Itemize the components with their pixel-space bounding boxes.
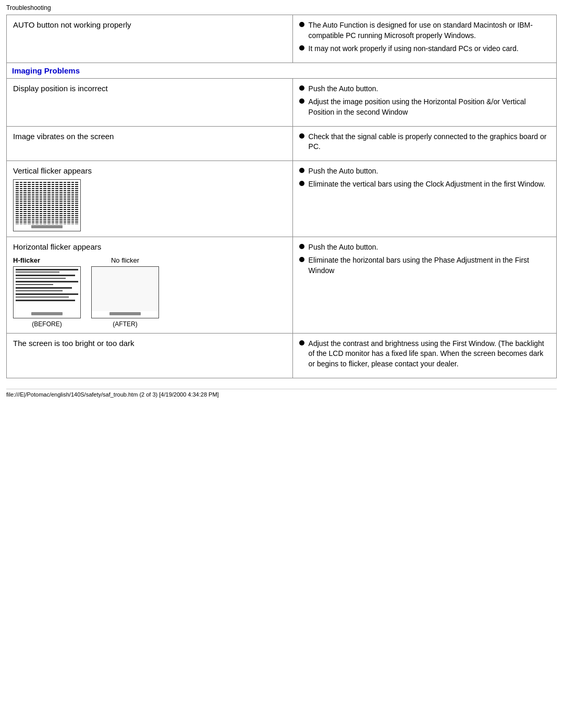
problem-cell: The screen is too bright or too dark	[7, 333, 293, 378]
solution-text: Check that the signal cable is properly …	[309, 132, 550, 152]
solution-text: Push the Auto button.	[309, 84, 378, 94]
solution-list: Push the Auto button. Eliminate the hori…	[299, 242, 550, 276]
solution-cell: The Auto Function is designed for use on…	[292, 15, 556, 63]
table-row: Vertical flicker appears	[7, 161, 557, 237]
solution-cell: Push the Auto button. Eliminate the vert…	[292, 161, 556, 237]
solution-list: Push the Auto button. Adjust the image p…	[299, 84, 550, 118]
problem-title: Horizontal flicker appears	[13, 242, 101, 251]
bullet-icon	[299, 257, 304, 262]
section-header-row: Imaging Problems	[7, 63, 557, 78]
table-row: AUTO button not working properly The Aut…	[7, 15, 557, 63]
list-item: Eliminate the vertical bars using the Cl…	[299, 179, 550, 190]
bullet-icon	[299, 181, 304, 186]
bullet-icon	[299, 244, 304, 249]
table-row: The screen is too bright or too dark Adj…	[7, 333, 557, 378]
problem-title: Vertical flicker appears	[13, 166, 92, 175]
problem-title: The screen is too bright or too dark	[13, 339, 134, 348]
solution-list: Push the Auto button. Eliminate the vert…	[299, 166, 550, 190]
hflicker-comparison: H-flicker	[13, 256, 286, 328]
hflicker-after-col: No flicker (AFTER)	[91, 256, 159, 328]
solution-cell: Adjust the contrast and brightness using…	[292, 333, 556, 378]
problem-title: Image vibrates on the screen	[13, 132, 114, 141]
problem-title: Display position is incorrect	[13, 84, 108, 93]
hflicker-before-col: H-flicker	[13, 256, 81, 328]
hflicker-before-image	[13, 266, 81, 318]
section-header-cell: Imaging Problems	[7, 63, 557, 78]
vertical-flicker-image	[13, 179, 81, 231]
problem-cell: Horizontal flicker appears H-flicker	[7, 237, 293, 333]
solution-cell: Check that the signal cable is properly …	[292, 126, 556, 161]
solution-text: Push the Auto button.	[309, 242, 378, 253]
solution-list: The Auto Function is designed for use on…	[299, 20, 550, 54]
solution-text: Adjust the image position using the Hori…	[309, 97, 550, 117]
list-item: The Auto Function is designed for use on…	[299, 20, 550, 41]
problem-cell: Image vibrates on the screen	[7, 126, 293, 161]
solution-text: Eliminate the vertical bars using the Cl…	[309, 179, 545, 190]
solution-text: It may not work properly if using non-st…	[309, 44, 519, 54]
hflicker-before-label: H-flicker	[13, 256, 40, 264]
status-bar: file:///E|/Potomac/english/140S/safety/s…	[6, 389, 557, 398]
section-header-label: Imaging Problems	[12, 66, 80, 75]
problem-cell: AUTO button not working properly	[7, 15, 293, 63]
breadcrumb: Troubleshooting	[6, 4, 557, 11]
table-row: Image vibrates on the screen Check that …	[7, 126, 557, 161]
list-item: Eliminate the horizontal bars using the …	[299, 255, 550, 276]
troubleshooting-table: AUTO button not working properly The Aut…	[6, 15, 557, 378]
bullet-icon	[299, 340, 304, 346]
solution-list: Check that the signal cable is properly …	[299, 132, 550, 152]
list-item: Check that the signal cable is properly …	[299, 132, 550, 152]
list-item: It may not work properly if using non-st…	[299, 44, 550, 54]
problem-cell: Vertical flicker appears	[7, 161, 293, 237]
solution-text: The Auto Function is designed for use on…	[309, 20, 550, 41]
solution-list: Adjust the contrast and brightness using…	[299, 339, 550, 369]
list-item: Adjust the image position using the Hori…	[299, 97, 550, 117]
table-row: Horizontal flicker appears H-flicker	[7, 237, 557, 333]
solution-text: Push the Auto button.	[309, 166, 378, 177]
hflicker-after-label: No flicker	[111, 256, 139, 264]
bullet-icon	[299, 133, 304, 139]
solution-text: Eliminate the horizontal bars using the …	[309, 255, 550, 276]
bullet-icon	[299, 98, 304, 104]
bullet-icon	[299, 168, 304, 173]
solution-cell: Push the Auto button. Eliminate the hori…	[292, 237, 556, 333]
list-item: Push the Auto button.	[299, 166, 550, 177]
list-item: Push the Auto button.	[299, 84, 550, 94]
list-item: Push the Auto button.	[299, 242, 550, 253]
bullet-icon	[299, 45, 304, 51]
bullet-icon	[299, 85, 304, 91]
solution-text: Adjust the contrast and brightness using…	[309, 339, 550, 369]
after-caption: (AFTER)	[113, 320, 137, 328]
table-row: Display position is incorrect Push the A…	[7, 78, 557, 126]
list-item: Adjust the contrast and brightness using…	[299, 339, 550, 369]
hflicker-after-image	[91, 266, 159, 318]
problem-title: AUTO button not working properly	[13, 20, 131, 29]
bullet-icon	[299, 22, 304, 27]
before-caption: (BEFORE)	[32, 320, 62, 328]
problem-cell: Display position is incorrect	[7, 78, 293, 126]
solution-cell: Push the Auto button. Adjust the image p…	[292, 78, 556, 126]
